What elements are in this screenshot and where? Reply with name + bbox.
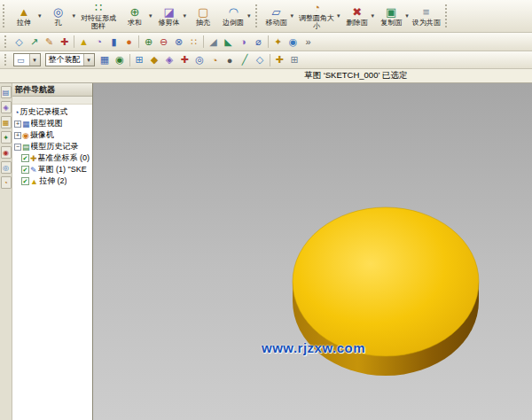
point-icon[interactable]: ✚	[57, 35, 72, 50]
move-face-button[interactable]: ▱ 移动面 ▾	[262, 1, 296, 32]
type-filter-icon: ▭	[17, 56, 25, 65]
copy-face-button[interactable]: ▣ 复制面 ▾	[376, 1, 411, 32]
wcs-icon[interactable]: ✚	[272, 52, 287, 67]
more-commands-icon[interactable]: »	[301, 35, 316, 50]
history-tab[interactable]: ◔	[1, 176, 12, 189]
assembly-navigator-tab[interactable]: ▤	[1, 86, 12, 98]
dropdown-arrow-icon[interactable]: ▾	[337, 12, 340, 19]
make-coplanar-button[interactable]: ≡ 设为共面 ▾	[411, 1, 442, 32]
revolve-icon[interactable]: ◔	[91, 35, 106, 50]
toolbar-button-label: 设为共面	[412, 19, 441, 27]
allow-selection-icon[interactable]: ◉	[113, 52, 128, 67]
trim-body-button[interactable]: ◪ 修剪体 ▾	[154, 1, 189, 32]
datum-plane-icon[interactable]: ◇	[12, 35, 27, 50]
dropdown-arrow-icon[interactable]: ▾	[372, 12, 375, 19]
graphics-viewport[interactable]: www.rjzxw.com	[93, 83, 532, 420]
object-display-icon[interactable]: ◉	[286, 35, 301, 50]
sphere-icon[interactable]: ●	[121, 35, 137, 50]
type-filter-combo[interactable]: ▭ ▾	[13, 53, 41, 66]
grid-icon[interactable]: ⊞	[287, 52, 302, 67]
mirror-feature-icon[interactable]: ◑	[236, 35, 251, 50]
mid-point-icon[interactable]: ◈	[162, 52, 177, 67]
tree-item-model-views[interactable]: + ✔ ▦ 模型视图	[12, 118, 92, 129]
hd3d-tools-tab[interactable]: ◉	[1, 146, 12, 159]
internet-explorer-tab[interactable]: ◎	[1, 161, 12, 174]
dropdown-arrow-icon[interactable]: ▾	[149, 12, 153, 19]
tree-item-label: 模型历史记录	[31, 141, 79, 152]
tree-item-label: 模型视图	[31, 118, 63, 129]
datum-axis-icon[interactable]: ↗	[27, 35, 42, 50]
toolbar-grip[interactable]	[445, 4, 449, 27]
tree-item-history-mode[interactable]: ✔ ◔ 历史记录模式	[12, 106, 92, 118]
hole-button[interactable]: ◎ 孔 ▾	[43, 1, 78, 32]
dropdown-arrow-icon[interactable]: ▾	[73, 12, 76, 19]
checkbox-icon[interactable]: ✔	[21, 177, 29, 185]
dropdown-arrow-icon[interactable]: ▾	[291, 12, 294, 19]
toolbar-button-body: ▣ 复制面	[378, 6, 404, 27]
tree-node-icon: ✎	[30, 166, 37, 175]
selection-scope-combo[interactable]: 整个装配 ▾	[45, 53, 95, 66]
combo-dropdown-arrow-icon[interactable]: ▾	[83, 54, 94, 66]
unite-small-icon[interactable]: ⊕	[141, 35, 156, 50]
resize-blend-button[interactable]: ◔ 调整圆角大小 ▾	[295, 1, 342, 32]
shell-button[interactable]: ▢ 抽壳 ▾	[188, 1, 218, 32]
sketch-icon[interactable]: ✎	[42, 35, 57, 50]
tree-item-model-history[interactable]: − ✔ ▤ 模型历史记录	[12, 141, 92, 152]
block-icon[interactable]: ▮	[106, 35, 121, 50]
toolbar-grip[interactable]	[3, 4, 6, 27]
dropdown-arrow-icon[interactable]: ▾	[38, 12, 42, 19]
delete-face-button[interactable]: ✖ 删除面 ▾	[342, 1, 377, 32]
subtract-icon[interactable]: ⊖	[156, 35, 171, 50]
tree-item-cameras[interactable]: + ✔ ◉ 摄像机	[12, 129, 92, 141]
part-navigator-tab[interactable]: ▦	[1, 116, 12, 128]
dropdown-arrow-icon[interactable]: ▾	[247, 12, 251, 19]
tree-node-icon: ◉	[22, 131, 29, 140]
quadrant-point-icon[interactable]: ◔	[207, 52, 223, 67]
unite-button[interactable]: ⊕ 求和 ▾	[120, 1, 154, 32]
pattern-feature-button[interactable]: ∷ 对特征形成图样 ▾	[77, 1, 120, 32]
cylinder-top-face[interactable]	[293, 207, 479, 356]
point-on-face-icon[interactable]: ◇	[253, 52, 268, 67]
chamfer-icon[interactable]: ◢	[206, 35, 221, 50]
dropdown-arrow-icon[interactable]: ▾	[184, 12, 187, 19]
tree-item-datum-csys[interactable]: ✔ ✚ 基准坐标系 (0)	[12, 152, 92, 164]
extrude-small-icon[interactable]: ▲	[76, 35, 91, 50]
general-selection-filter-icon[interactable]: ▦	[98, 52, 113, 67]
tree-expander-icon[interactable]: +	[14, 121, 21, 128]
arc-center-icon[interactable]: ◎	[192, 52, 207, 67]
tree-item-sketch[interactable]: ✔ ✎ 草图 (1) "SKE	[12, 164, 92, 175]
resize-blend-icon: ◔	[313, 2, 320, 14]
checkbox-icon[interactable]: ✔	[21, 154, 29, 162]
watermark-text: www.rjzxw.com	[262, 340, 365, 355]
tree-expander-icon[interactable]: +	[14, 132, 21, 139]
checkbox-icon[interactable]: ✔	[21, 166, 29, 174]
toolbar-grip[interactable]	[4, 35, 8, 48]
toolbar-grip[interactable]	[4, 54, 8, 66]
tree-expander-icon[interactable]: −	[14, 144, 21, 151]
dropdown-arrow-icon[interactable]: ▾	[405, 12, 409, 19]
measure-distance-icon[interactable]: ✦	[270, 35, 286, 50]
draft-icon[interactable]: ◣	[221, 35, 236, 50]
point-on-curve-icon[interactable]: ╱	[238, 52, 253, 67]
combo-dropdown-arrow-icon[interactable]: ▾	[29, 54, 40, 66]
thread-icon[interactable]: ⌀	[251, 35, 266, 50]
intersection-point-icon[interactable]: ✚	[177, 52, 192, 67]
pattern-small-icon[interactable]: ∷	[186, 35, 201, 50]
toolbar-separator	[138, 35, 139, 48]
tree-item-extrude[interactable]: ✔ ▲ 拉伸 (2)	[12, 175, 92, 187]
tree-node-icon: ▲	[30, 177, 38, 186]
reuse-library-tab[interactable]: ✦	[1, 131, 12, 144]
intersect-icon[interactable]: ⊗	[171, 35, 186, 50]
toolbar-grip[interactable]	[255, 4, 259, 27]
end-point-icon[interactable]: ◆	[147, 52, 162, 67]
toolbar-button-label: 复制面	[380, 19, 402, 27]
extrude-button[interactable]: ▲ 拉伸 ▾	[9, 1, 43, 32]
toolbar-button-label: 对特征形成图样	[79, 14, 118, 30]
toolbar-button-body: ◎ 孔	[45, 6, 72, 27]
edge-blend-button[interactable]: ◠ 边倒圆 ▾	[218, 1, 253, 32]
snap-point-icon[interactable]: ⊞	[132, 52, 147, 67]
synchronous-modeling-group: ▱ 移动面 ▾ ◔ 调整圆角大小 ▾ ✖ 删除面	[262, 0, 442, 32]
existing-point-icon[interactable]: ●	[223, 52, 238, 67]
3d-scene[interactable]	[93, 83, 532, 420]
constraint-navigator-tab[interactable]: ◈	[1, 101, 12, 113]
